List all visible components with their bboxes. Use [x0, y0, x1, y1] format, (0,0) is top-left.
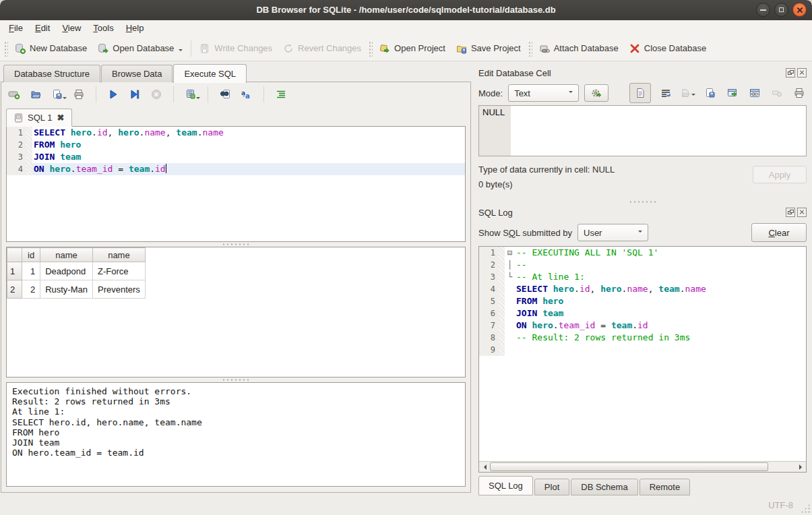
- code-line[interactable]: 8-- Result: 2 rows returned in 3ms: [479, 332, 806, 344]
- save-sql-file-icon[interactable]: [50, 87, 65, 102]
- word-wrap-icon[interactable]: [658, 86, 673, 100]
- menu-tools[interactable]: Tools: [87, 22, 119, 34]
- indentation-icon[interactable]: [274, 87, 288, 102]
- close-button[interactable]: [792, 3, 807, 17]
- sql1-tab-close-icon[interactable]: ✖: [57, 114, 64, 122]
- new-database-button[interactable]: New Database: [9, 40, 92, 57]
- dock-splitter-handle[interactable]: [478, 200, 807, 204]
- sql1-tab[interactable]: SQL 1 ✖: [6, 109, 72, 127]
- save-icon[interactable]: [703, 86, 718, 100]
- splitter-handle[interactable]: [1, 242, 470, 247]
- sql-log-view[interactable]: 1⊟-- EXECUTING ALL IN 'SQL 1'2│--3└-- At…: [478, 246, 807, 473]
- code-line[interactable]: 3└-- At line 1:: [479, 271, 806, 283]
- open-database-button[interactable]: Open Database: [92, 40, 188, 57]
- code-line[interactable]: 2FROM hero: [7, 139, 465, 151]
- column-header[interactable]: name: [40, 248, 93, 262]
- code-line[interactable]: 4SELECT hero.id, hero.name, team.name: [479, 283, 806, 295]
- link-icon[interactable]: [747, 86, 762, 100]
- close-dock-icon[interactable]: [797, 208, 807, 217]
- menu-view[interactable]: View: [56, 22, 87, 34]
- resize-grip[interactable]: [801, 504, 810, 513]
- save-results-dropdown-icon[interactable]: [196, 97, 200, 101]
- fold-collapse-icon[interactable]: ⊟: [505, 247, 515, 259]
- table-cell[interactable]: 2: [22, 280, 40, 299]
- open-project-button[interactable]: Open Project: [374, 40, 451, 57]
- auto-completion-icon[interactable]: aa: [239, 87, 254, 102]
- save-project-button[interactable]: Save Project: [451, 40, 526, 57]
- close-dock-icon[interactable]: [797, 68, 807, 78]
- code-line[interactable]: 5FROM hero: [479, 295, 806, 307]
- print-icon[interactable]: [71, 87, 86, 102]
- menu-help[interactable]: Help: [120, 22, 150, 34]
- stop-icon[interactable]: [149, 87, 164, 102]
- table-cell[interactable]: Z-Force: [92, 262, 145, 280]
- table-cell[interactable]: Deadpond: [40, 262, 93, 280]
- sql-editor[interactable]: 1SELECT hero.id, hero.name, team.name2FR…: [6, 126, 466, 242]
- save-sql-dropdown-icon[interactable]: [63, 97, 67, 101]
- dock-tab-sql-log[interactable]: SQL Log: [478, 476, 533, 495]
- column-header[interactable]: name: [92, 248, 145, 262]
- code-line[interactable]: 1⊟-- EXECUTING ALL IN 'SQL 1': [479, 247, 806, 259]
- splitter-handle[interactable]: [1, 377, 470, 382]
- code-line[interactable]: 7ON hero.team_id = team.id: [479, 320, 806, 332]
- open-project-label: Open Project: [394, 43, 445, 53]
- row-number[interactable]: 1: [7, 262, 22, 280]
- maximize-button[interactable]: [774, 3, 788, 17]
- cell-editor[interactable]: NULL: [478, 105, 807, 156]
- table-cell[interactable]: 1: [22, 262, 40, 280]
- execution-message[interactable]: Execution finished without errors. Resul…: [6, 382, 466, 487]
- open-database-dropdown-icon[interactable]: [179, 49, 183, 53]
- toolbar-grip[interactable]: [368, 40, 373, 57]
- export-icon[interactable]: [725, 86, 740, 100]
- code-line[interactable]: 3JOIN team: [7, 151, 465, 163]
- minimize-button[interactable]: [756, 3, 770, 17]
- table-cell[interactable]: Preventers: [92, 280, 145, 299]
- float-dock-icon[interactable]: [786, 208, 795, 217]
- column-header[interactable]: id: [22, 248, 40, 262]
- code-line[interactable]: 6JOIN team: [479, 307, 806, 320]
- scroll-left-icon[interactable]: [479, 462, 490, 472]
- corner-header-cell[interactable]: [7, 248, 22, 262]
- mode-select[interactable]: Text: [508, 84, 579, 102]
- table-cell[interactable]: Rusty-Man: [40, 280, 93, 299]
- text-mode-icon[interactable]: [629, 83, 651, 103]
- print-cell-icon[interactable]: [792, 86, 807, 100]
- open-sql-file-icon[interactable]: [28, 87, 43, 102]
- close-database-button[interactable]: Close Database: [624, 40, 712, 57]
- code-line[interactable]: 4ON hero.team_id = team.id: [7, 163, 465, 175]
- toolbar-grip[interactable]: [3, 40, 8, 57]
- submitted-by-select[interactable]: User: [577, 224, 648, 241]
- titlebar[interactable]: DB Browser for SQLite - /home/user/code/…: [0, 0, 812, 21]
- menu-edit[interactable]: Edit: [29, 22, 56, 34]
- find-replace-icon[interactable]: [218, 87, 232, 102]
- toolbar-grip[interactable]: [528, 40, 532, 57]
- tab-database-structure[interactable]: Database Structure: [3, 65, 100, 82]
- scrollbar-thumb[interactable]: [490, 462, 768, 471]
- tab-execute-sql[interactable]: Execute SQL: [173, 64, 247, 83]
- tab-browse-data[interactable]: Browse Data: [101, 65, 173, 82]
- execute-current-line-icon[interactable]: [127, 87, 142, 102]
- dock-tab-db-schema[interactable]: DB Schema: [571, 479, 637, 495]
- revert-changes-button[interactable]: Revert Changes: [278, 40, 367, 57]
- new-tab-icon[interactable]: [7, 87, 22, 102]
- save-results-icon[interactable]: [183, 87, 198, 102]
- import-icon[interactable]: [681, 86, 695, 100]
- apply-button[interactable]: Apply: [753, 166, 807, 183]
- code-line[interactable]: 9: [479, 344, 806, 356]
- encoding-indicator[interactable]: UTF-8: [768, 500, 793, 510]
- apply-settings-button[interactable]: [584, 84, 608, 102]
- menu-file[interactable]: File: [3, 22, 29, 34]
- write-changes-button[interactable]: Write Changes: [194, 40, 278, 57]
- attach-database-button[interactable]: Attach Database: [534, 40, 624, 57]
- dock-tab-plot[interactable]: Plot: [534, 479, 569, 495]
- set-null-icon[interactable]: [770, 86, 784, 100]
- execute-all-icon[interactable]: [106, 87, 121, 102]
- scroll-right-icon[interactable]: [795, 462, 806, 472]
- float-dock-icon[interactable]: [786, 68, 795, 78]
- code-line[interactable]: 2│--: [479, 259, 806, 271]
- code-line[interactable]: 1SELECT hero.id, hero.name, team.name: [7, 127, 465, 139]
- row-number[interactable]: 2: [7, 280, 22, 299]
- dock-tab-remote[interactable]: Remote: [639, 479, 691, 495]
- clear-button[interactable]: Clear: [751, 223, 807, 242]
- horizontal-scrollbar[interactable]: [479, 461, 806, 472]
